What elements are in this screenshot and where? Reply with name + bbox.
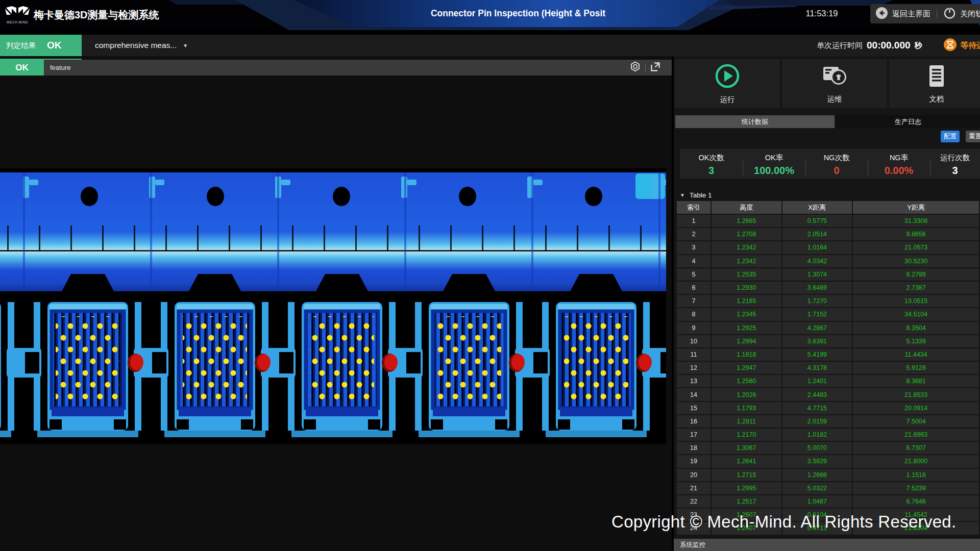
col-y-distance: Y距离 <box>853 201 979 214</box>
toolbar: 判定结果 OK comprehensive meas... ▼ 单次运行时间 0… <box>0 30 980 56</box>
cell-height: 1.2560 <box>712 375 781 387</box>
cell-x-distance: 1.7270 <box>782 295 852 307</box>
table-row[interactable]: 13 1.2560 1.2401 8.3681 <box>677 375 979 387</box>
table-row[interactable]: 15 1.1793 4.7715 20.0914 <box>677 402 979 414</box>
cell-y-distance: 6.7307 <box>853 442 979 454</box>
viewer-result-badge: OK <box>0 60 44 76</box>
cell-height: 1.1793 <box>712 402 781 414</box>
table-row[interactable]: 22 1.2517 1.0467 6.7646 <box>677 495 979 508</box>
cell-height: 1.2342 <box>712 241 781 254</box>
cell-x-distance: 1.7152 <box>782 308 852 320</box>
table-row[interactable]: 10 1.2994 3.6391 5.1339 <box>677 335 979 347</box>
cell-y-distance: 31.3308 <box>853 215 979 227</box>
table-row[interactable]: 18 1.3067 5.0070 6.7307 <box>677 442 979 454</box>
cell-x-distance: 4.2867 <box>782 322 852 334</box>
cell-index: 21 <box>677 482 710 494</box>
cell-height: 1.2930 <box>712 282 781 294</box>
cell-height: 1.2708 <box>712 228 781 240</box>
table-row[interactable]: 7 1.2185 1.7270 13.0515 <box>677 295 979 307</box>
cell-index: 5 <box>677 268 710 281</box>
cell-height: 1.2517 <box>712 495 781 508</box>
tab-production-log[interactable]: 生产日志 <box>836 115 980 128</box>
viewer-view-name: feature <box>50 60 70 76</box>
stat-label: NG率 <box>868 153 930 163</box>
operations-button[interactable]: 运维 <box>782 59 887 108</box>
chevron-down-icon: ▼ <box>183 43 188 48</box>
table-row[interactable]: 20 1.2715 1.2666 1.1518 <box>677 469 979 481</box>
table-row[interactable]: 17 1.2170 1.0182 21.6993 <box>677 429 979 441</box>
cell-x-distance: 5.0070 <box>782 442 852 454</box>
table-row[interactable]: 14 1.2026 2.4483 21.8533 <box>677 388 979 400</box>
cell-index: 22 <box>677 495 710 508</box>
table-row[interactable]: 12 1.2947 4.3178 5.9128 <box>677 362 979 374</box>
back-arrow-icon <box>875 7 888 21</box>
cell-index: 16 <box>677 415 710 428</box>
table-row[interactable]: 4 1.2342 4.0342 30.5230 <box>677 255 979 267</box>
viewer-expand-icon[interactable] <box>650 62 660 74</box>
cell-y-distance: 20.0914 <box>853 402 979 414</box>
stat-label: OK次数 <box>680 153 743 163</box>
operations-button-label: 运维 <box>827 94 842 104</box>
table-row[interactable]: 21 1.2995 5.0322 7.5239 <box>677 482 979 494</box>
run-button[interactable]: 运行 <box>675 59 780 108</box>
cell-y-distance: 9.8656 <box>853 228 979 240</box>
close-app-button[interactable]: 关闭软件 <box>943 7 980 21</box>
table-row[interactable]: 3 1.2342 1.0164 21.0573 <box>677 241 979 254</box>
cell-height: 1.2535 <box>712 268 781 281</box>
divider <box>937 9 937 18</box>
viewer-header-bar: feature <box>44 60 672 76</box>
cell-x-distance: 1.3074 <box>782 268 852 281</box>
table-row[interactable]: 2 1.2708 2.0514 9.8656 <box>677 228 979 240</box>
cell-index: 13 <box>677 375 710 387</box>
table-row[interactable]: 16 1.2811 2.0159 7.5004 <box>677 415 979 428</box>
stat-value: 0.00% <box>868 165 930 177</box>
cell-y-distance: 5.9128 <box>853 362 979 374</box>
cell-y-distance: 13.0515 <box>853 295 979 307</box>
viewer-settings-icon[interactable] <box>630 61 641 74</box>
statistics-toolbar: 配置 重置 <box>674 131 980 143</box>
tab-statistics[interactable]: 统计数据 <box>675 115 835 128</box>
cell-index: 11 <box>677 348 710 361</box>
col-height: 高度 <box>712 201 781 214</box>
stat-label: OK率 <box>743 153 805 163</box>
table-collapse-header[interactable]: ▼ Table 1 <box>680 190 712 200</box>
depth-map-image[interactable] <box>0 168 666 444</box>
table-row[interactable]: 19 1.2641 3.5829 21.8000 <box>677 455 979 467</box>
table-row[interactable]: 5 1.2535 1.3074 8.2799 <box>677 268 979 281</box>
measurement-table-body: 1 1.2665 0.5775 31.3308 2 1.2708 2.0514 … <box>677 215 979 535</box>
config-button[interactable]: 配置 <box>941 131 960 142</box>
table-row[interactable]: 6 1.2930 3.6469 2.7387 <box>677 282 979 294</box>
cell-x-distance: 1.0182 <box>782 429 852 441</box>
reset-button[interactable]: 重置 <box>966 131 980 142</box>
statistics-summary: OK次数 3 OK率 100.00% NG次数 0 NG率 0.00% 运行次数… <box>680 149 980 179</box>
cell-x-distance: 2.0159 <box>782 415 852 428</box>
cell-index: 18 <box>677 442 710 454</box>
table-row[interactable]: 1 1.2665 0.5775 31.3308 <box>677 215 979 227</box>
system-monitor-bar[interactable]: 系统监控 <box>674 539 980 551</box>
cell-y-distance: 34.5104 <box>853 308 979 320</box>
project-selector-dropdown[interactable]: comprehensive meas... ▼ <box>95 35 188 56</box>
table-row[interactable]: 8 1.2345 1.7152 34.5104 <box>677 308 979 320</box>
documentation-button[interactable]: 文档 <box>889 59 980 108</box>
cell-y-distance: 21.0573 <box>853 241 979 254</box>
cell-height: 1.1818 <box>712 348 781 361</box>
cell-index: 20 <box>677 469 710 481</box>
table-row[interactable]: 11 1.1818 5.4199 11.4434 <box>677 348 979 361</box>
cell-x-distance: 3.6469 <box>782 282 852 294</box>
cell-y-distance: 1.1518 <box>853 469 979 481</box>
cell-y-distance: 21.8000 <box>853 455 979 467</box>
cell-x-distance: 0.5775 <box>782 215 852 227</box>
cell-height: 1.2925 <box>712 322 781 334</box>
control-panel: 运行 运维 <box>674 56 980 551</box>
cell-height: 1.2995 <box>712 482 781 494</box>
table-row[interactable]: 9 1.2925 4.2867 8.3504 <box>677 322 979 334</box>
cell-x-distance: 4.7715 <box>782 402 852 414</box>
back-to-main-button[interactable]: 返回主界面 <box>875 7 930 21</box>
app-window: Connector Pin Inspection (Height & Posit… <box>0 0 980 551</box>
cell-x-distance: 1.2401 <box>782 375 852 387</box>
cell-x-distance: 2.4483 <box>782 388 852 400</box>
cell-height: 1.2345 <box>712 308 781 320</box>
runtime-value: 00:00.000 <box>867 40 911 51</box>
mech-mind-logo-icon: MECH MIND <box>4 6 31 25</box>
cell-y-distance: 30.5230 <box>853 255 979 267</box>
